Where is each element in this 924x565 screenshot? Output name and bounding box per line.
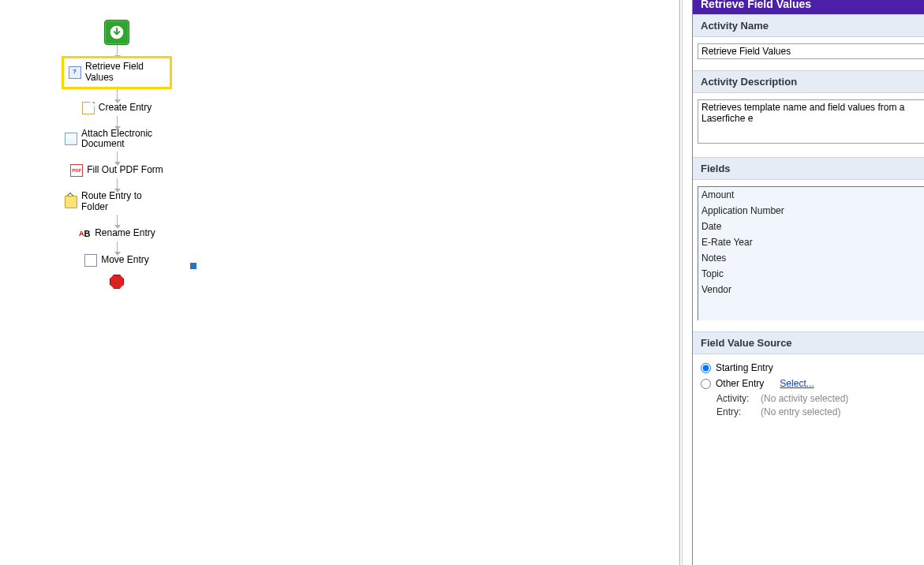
activity-label: Retrieve Field Values: [85, 62, 152, 84]
activity-label: Fill Out PDF Form: [87, 165, 163, 176]
activity-label: Move Entry: [101, 255, 149, 266]
section-header-activity-name: Activity Name: [693, 14, 924, 37]
new-document-icon: [82, 102, 95, 114]
select-entry-link[interactable]: Select...: [780, 378, 814, 389]
stop-icon[interactable]: [110, 275, 124, 289]
radio-label: Other Entry: [716, 378, 764, 389]
radio-starting-entry[interactable]: Starting Entry: [698, 361, 924, 376]
move-icon: [84, 254, 97, 267]
activity-rename-entry[interactable]: AB Rename Entry: [75, 226, 159, 241]
attach-icon: [65, 133, 77, 145]
radio-other-entry-input[interactable]: [701, 379, 711, 389]
retrieve-icon: [69, 66, 81, 79]
activity-move-entry[interactable]: Move Entry: [81, 253, 152, 268]
activity-create-entry[interactable]: Create Entry: [79, 100, 155, 116]
sub-value-activity: (No activity selected): [761, 392, 848, 406]
radio-starting-entry-input[interactable]: [701, 363, 711, 373]
activity-name-input[interactable]: [698, 43, 924, 59]
workflow-canvas[interactable]: Retrieve Field Values Create Entry Attac…: [0, 0, 683, 565]
rename-icon: AB: [78, 227, 91, 240]
pdf-icon: PDF: [70, 164, 83, 177]
fields-listbox[interactable]: AmountApplication NumberDateE-Rate YearN…: [698, 186, 924, 320]
activity-attach-electronic-document[interactable]: Attach Electronic Document: [62, 127, 172, 152]
activity-fill-out-pdf-form[interactable]: PDF Fill Out PDF Form: [67, 163, 166, 178]
field-item[interactable]: Topic: [698, 266, 924, 282]
activity-route-entry-to-folder[interactable]: Route Entry to Folder: [62, 189, 172, 215]
field-item[interactable]: Date: [698, 219, 924, 234]
sub-label-entry: Entry:: [716, 406, 756, 419]
field-item[interactable]: Vendor: [698, 282, 924, 297]
field-item[interactable]: Amount: [698, 187, 924, 203]
sub-label-activity: Activity:: [716, 392, 756, 406]
sub-value-entry: (No entry selected): [761, 406, 840, 419]
start-icon[interactable]: [104, 20, 129, 45]
folder-route-icon: [65, 196, 77, 208]
field-item[interactable]: E-Rate Year: [698, 234, 924, 250]
section-header-fields: Fields: [693, 157, 924, 180]
field-item[interactable]: Notes: [698, 250, 924, 266]
activity-label: Rename Entry: [95, 228, 155, 239]
activity-label: Attach Electronic Document: [81, 129, 169, 151]
field-item[interactable]: Application Number: [698, 203, 924, 219]
activity-description-input[interactable]: [698, 99, 924, 144]
section-header-activity-description: Activity Description: [693, 70, 924, 93]
panel-title: Retrieve Field Values: [693, 0, 924, 14]
activity-label: Create Entry: [99, 103, 152, 114]
radio-label: Starting Entry: [716, 362, 773, 373]
properties-panel: Retrieve Field Values Activity Name Acti…: [692, 0, 924, 565]
activity-label: Route Entry to Folder: [81, 191, 169, 213]
activity-retrieve-field-values[interactable]: Retrieve Field Values: [62, 56, 172, 89]
section-header-field-value-source: Field Value Source: [693, 331, 924, 354]
